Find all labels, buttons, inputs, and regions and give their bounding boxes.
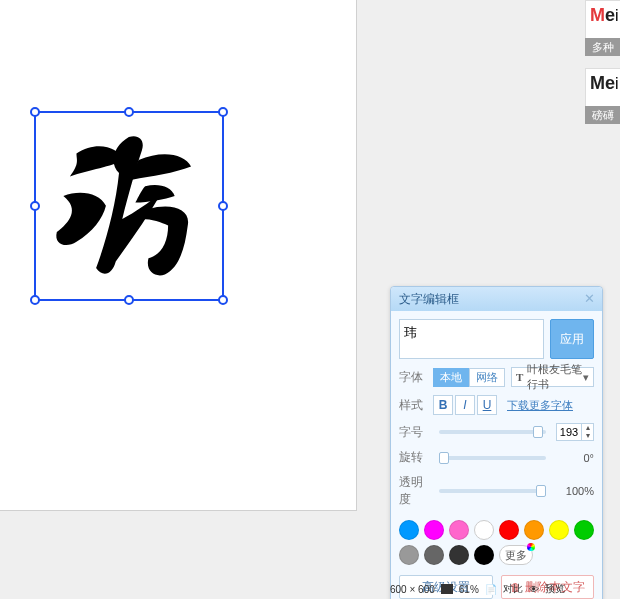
tab-local[interactable]: 本地 (433, 368, 469, 387)
text-input[interactable] (399, 319, 544, 359)
tab-net[interactable]: 网络 (469, 368, 505, 387)
size-spinner[interactable]: ▴▾ (556, 423, 594, 441)
color-swatches: 更多 (399, 516, 594, 569)
rotate-label: 旋转 (399, 449, 433, 466)
status-bar: 600 × 600 61% 📄对比 👁预览 (390, 582, 565, 596)
font-label: 字体 (399, 369, 433, 386)
text-edit-panel: 文字编辑框 ✕ 应用 字体 本地 网络 叶根友毛笔行书 样式 B I U 下载更… (390, 286, 603, 599)
color-swatch[interactable] (449, 545, 469, 565)
slider-knob[interactable] (536, 485, 546, 497)
resize-handle-bl[interactable] (30, 295, 40, 305)
font-selector[interactable]: 叶根友毛笔行书 (511, 367, 594, 387)
underline-button[interactable]: U (477, 395, 497, 415)
rotate-slider[interactable] (439, 456, 546, 460)
more-colors-button[interactable]: 更多 (499, 545, 533, 565)
color-swatch[interactable] (549, 520, 569, 540)
color-swatch[interactable] (424, 520, 444, 540)
size-slider[interactable] (439, 430, 546, 434)
apply-button[interactable]: 应用 (550, 319, 594, 359)
resize-handle-tl[interactable] (30, 107, 40, 117)
resize-handle-tm[interactable] (124, 107, 134, 117)
zoom-value: 61% (459, 584, 479, 595)
ad-letter: e (605, 73, 615, 93)
opacity-value: 100% (552, 485, 594, 497)
ad-letter: M (590, 73, 605, 93)
compare-label[interactable]: 对比 (503, 582, 523, 596)
color-swatch[interactable] (474, 520, 494, 540)
panel-titlebar[interactable]: 文字编辑框 ✕ (391, 287, 602, 311)
zoom-icon (441, 584, 453, 594)
slider-knob[interactable] (439, 452, 449, 464)
ad-letter: i (615, 75, 619, 92)
opacity-label: 透明度 (399, 474, 433, 508)
preview-label[interactable]: 预览 (545, 582, 565, 596)
spinner-arrows[interactable]: ▴▾ (581, 424, 593, 440)
size-label: 字号 (399, 424, 433, 441)
bold-button[interactable]: B (433, 395, 453, 415)
resize-handle-br[interactable] (218, 295, 228, 305)
color-swatch[interactable] (524, 520, 544, 540)
resize-handle-ml[interactable] (30, 201, 40, 211)
size-value[interactable] (557, 426, 581, 438)
download-fonts-link[interactable]: 下载更多字体 (507, 398, 573, 413)
color-swatch[interactable] (474, 545, 494, 565)
text-selection-box[interactable] (34, 111, 224, 301)
opacity-slider[interactable] (439, 489, 546, 493)
style-label: 样式 (399, 397, 433, 414)
ad-letter: e (605, 5, 615, 25)
ad-letter: M (590, 5, 605, 25)
slider-knob[interactable] (533, 426, 543, 438)
canvas[interactable] (0, 0, 357, 511)
color-swatch[interactable] (399, 545, 419, 565)
ad-button-2[interactable]: 磅礡 (585, 106, 620, 124)
resize-handle-tr[interactable] (218, 107, 228, 117)
resize-handle-bm[interactable] (124, 295, 134, 305)
close-icon[interactable]: ✕ (582, 292, 596, 306)
color-swatch[interactable] (499, 520, 519, 540)
text-glyph[interactable] (36, 113, 222, 299)
panel-title: 文字编辑框 (399, 292, 459, 306)
color-swatch[interactable] (449, 520, 469, 540)
color-swatch[interactable] (424, 545, 444, 565)
ad-letter: i (615, 7, 619, 24)
canvas-dims: 600 × 600 (390, 584, 435, 595)
resize-handle-mr[interactable] (218, 201, 228, 211)
italic-button[interactable]: I (455, 395, 475, 415)
color-swatch[interactable] (399, 520, 419, 540)
ad-button-1[interactable]: 多种 (585, 38, 620, 56)
color-swatch[interactable] (574, 520, 594, 540)
rotate-value: 0° (552, 452, 594, 464)
font-name: 叶根友毛笔行书 (527, 362, 583, 392)
glyph-svg (47, 124, 211, 288)
